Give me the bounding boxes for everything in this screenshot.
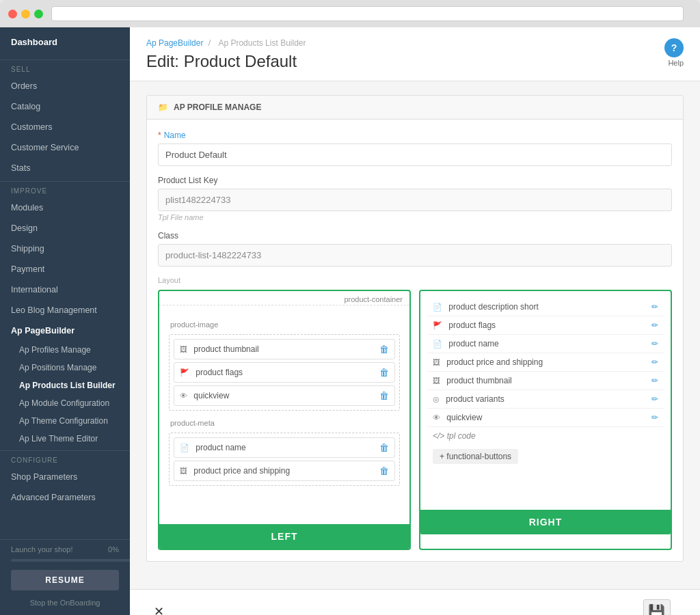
sidebar-sub-item-ap-products-list-builder[interactable]: Ap Products List Builder: [0, 377, 130, 394]
sidebar-sub-item-ap-profiles-manage[interactable]: Ap Profiles Manage: [0, 341, 130, 359]
edit-desc-short-button[interactable]: ✏: [651, 302, 658, 312]
left-panel-label: LEFT: [159, 524, 409, 549]
quickview-icon: 👁: [180, 392, 187, 400]
close-button[interactable]: [8, 10, 17, 18]
layout-label: Layout: [158, 276, 672, 284]
edit-name-button[interactable]: ✏: [651, 339, 658, 348]
product-image-label: product-image: [166, 318, 403, 331]
layout-columns: product-container product-image 🖼: [158, 290, 672, 550]
cancel-button[interactable]: ✕ Cancel: [146, 604, 172, 615]
panel-body: * Name Product List Key Tpl File name Cl…: [147, 120, 683, 561]
class-input: [158, 244, 672, 266]
app-container: Dashboard SELL Orders Catalog Customers …: [0, 27, 700, 615]
sidebar-sub-item-ap-theme-configuration[interactable]: Ap Theme Configuration: [0, 412, 130, 430]
flags-icon: 🚩: [180, 368, 189, 377]
product-thumbnail-label: product thumbnail: [193, 344, 258, 354]
sidebar-item-advanced-parameters[interactable]: Advanced Parameters: [0, 487, 130, 508]
sidebar-item-customer-service[interactable]: Customer Service: [0, 137, 130, 158]
breadcrumb: Ap PageBuilder / Ap Products List Builde…: [146, 38, 684, 48]
sidebar-item-international[interactable]: International: [0, 279, 130, 300]
sidebar-sub-item-ap-live-theme-editor[interactable]: Ap Live Theme Editor: [0, 430, 130, 448]
name-input[interactable]: [158, 144, 672, 166]
right-variants-icon: ◎: [433, 395, 440, 403]
functional-buttons-tag[interactable]: + functional-buttons: [433, 449, 518, 464]
right-name-icon: 📄: [433, 340, 442, 348]
stop-onboarding[interactable]: Stop the OnBoarding: [0, 596, 130, 615]
right-panel: 📄 product description short ✏ 🚩 product …: [419, 290, 672, 550]
maximize-button[interactable]: [34, 10, 43, 18]
sidebar-item-payment[interactable]: Payment: [0, 259, 130, 279]
sidebar-item-design[interactable]: Design: [0, 218, 130, 238]
resume-button[interactable]: RESUME: [11, 570, 119, 590]
panel-header-label: AP PROFILE MANAGE: [174, 102, 261, 112]
panel-header-icon: 📁: [158, 102, 168, 112]
quickview-label: quickview: [193, 391, 229, 400]
left-panel: product-container product-image 🖼: [158, 290, 411, 550]
sidebar-item-orders[interactable]: Orders: [0, 76, 130, 96]
right-thumbnail-label: product thumbnail: [446, 376, 511, 385]
breadcrumb-current: Ap Products List Builder: [218, 38, 306, 48]
window-chrome: [0, 0, 700, 27]
edit-thumbnail-button[interactable]: ✏: [651, 376, 658, 385]
name-form-group: * Name: [158, 131, 672, 166]
page-footer: ✕ Cancel 💾 Save and Stay: [130, 589, 700, 615]
product-list-key-label: Product List Key: [158, 176, 672, 185]
delete-flags-button[interactable]: 🗑: [379, 367, 389, 378]
right-variants-label: product variants: [446, 394, 504, 404]
help-button[interactable]: ?: [664, 38, 684, 57]
list-item[interactable]: 🖼 product price and shipping 🗑: [174, 461, 395, 481]
product-container-label: product-container: [159, 291, 409, 305]
sidebar-item-shop-parameters[interactable]: Shop Parameters: [0, 467, 130, 487]
right-item-quickview: 👁 quickview ✏: [427, 409, 664, 427]
list-item[interactable]: 👁 quickview 🗑: [174, 385, 395, 406]
sidebar-bottom: Launch your shop! 0% RESUME Stop the OnB…: [0, 539, 130, 615]
sidebar-item-modules[interactable]: Modules: [0, 197, 130, 218]
sidebar-item-catalog[interactable]: Catalog: [0, 96, 130, 117]
content-body: 📁 AP PROFILE MANAGE * Name Product: [130, 81, 700, 589]
edit-variants-button[interactable]: ✏: [651, 394, 658, 404]
sidebar-item-stats[interactable]: Stats: [0, 158, 130, 178]
sidebar-section-improve: IMPROVE: [0, 181, 130, 197]
page-title: Edit: Product Default: [146, 52, 684, 71]
class-form-group: Class: [158, 231, 672, 266]
list-item[interactable]: 🖼 product thumbnail 🗑: [174, 339, 395, 359]
sidebar-item-leo-blog[interactable]: Leo Blog Management: [0, 300, 130, 320]
cancel-icon: ✕: [154, 604, 164, 615]
right-quickview-icon: 👁: [433, 413, 440, 422]
right-price-label: product price and shipping: [446, 357, 543, 367]
right-item-name: 📄 product name ✏: [427, 335, 664, 353]
right-item-price: 🖼 product price and shipping ✏: [427, 353, 664, 372]
left-panel-inner: product-image 🖼 product thumbnail 🗑: [159, 305, 409, 524]
right-quickview-label: quickview: [446, 413, 482, 422]
edit-flags-button[interactable]: ✏: [651, 320, 658, 330]
edit-price-button[interactable]: ✏: [651, 357, 658, 367]
traffic-lights: [8, 10, 43, 18]
address-bar[interactable]: [51, 6, 684, 21]
delete-price-button[interactable]: 🗑: [379, 465, 389, 476]
minimize-button[interactable]: [21, 10, 30, 18]
right-item-variants: ◎ product variants ✏: [427, 390, 664, 409]
delete-quickview-button[interactable]: 🗑: [379, 390, 389, 401]
class-label: Class: [158, 231, 672, 241]
sidebar-item-shipping[interactable]: Shipping: [0, 238, 130, 259]
delete-name-button[interactable]: 🗑: [379, 442, 389, 453]
sidebar-sub-item-ap-module-configuration[interactable]: Ap Module Configuration: [0, 394, 130, 412]
list-item[interactable]: 🚩 product flags 🗑: [174, 362, 395, 383]
sidebar-item-dashboard[interactable]: Dashboard: [0, 27, 130, 57]
save-stay-button[interactable]: 💾 Save and Stay: [630, 599, 684, 615]
list-item[interactable]: 📄 product name 🗑: [174, 437, 395, 458]
edit-quickview-button[interactable]: ✏: [651, 413, 658, 422]
sidebar-item-ap-pagebuilder[interactable]: Ap PageBuilder: [0, 320, 130, 341]
right-item-flags: 🚩 product flags ✏: [427, 316, 664, 335]
name-label-text: Name: [164, 131, 186, 140]
delete-thumbnail-button[interactable]: 🗑: [379, 344, 389, 355]
right-name-label: product name: [448, 339, 498, 348]
sidebar-section-configure: CONFIGURE: [0, 450, 130, 467]
sidebar-item-customers[interactable]: Customers: [0, 117, 130, 137]
sidebar-sub-item-ap-positions-manage[interactable]: Ap Positions Manage: [0, 359, 130, 377]
right-panel-inner: 📄 product description short ✏ 🚩 product …: [420, 291, 671, 510]
product-price-label: product price and shipping: [193, 466, 290, 476]
desc-short-label: product description short: [448, 302, 538, 312]
product-meta-label: product-meta: [166, 416, 403, 430]
breadcrumb-parent[interactable]: Ap PageBuilder: [146, 38, 203, 48]
